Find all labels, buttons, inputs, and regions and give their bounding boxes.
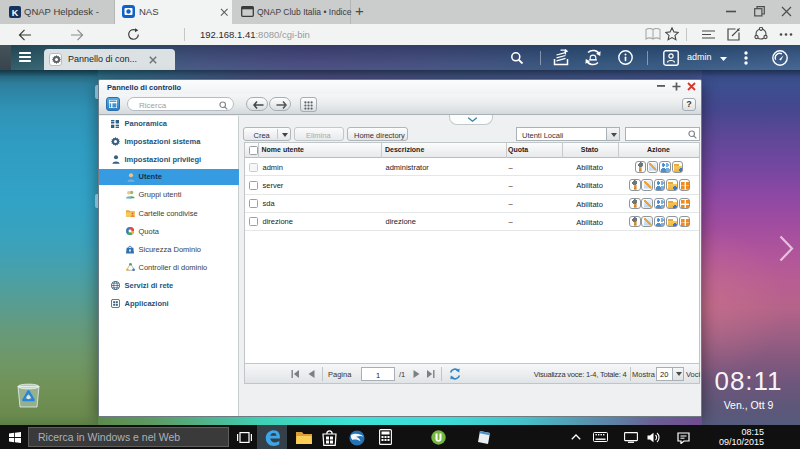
svg-text:K: K <box>12 8 19 18</box>
